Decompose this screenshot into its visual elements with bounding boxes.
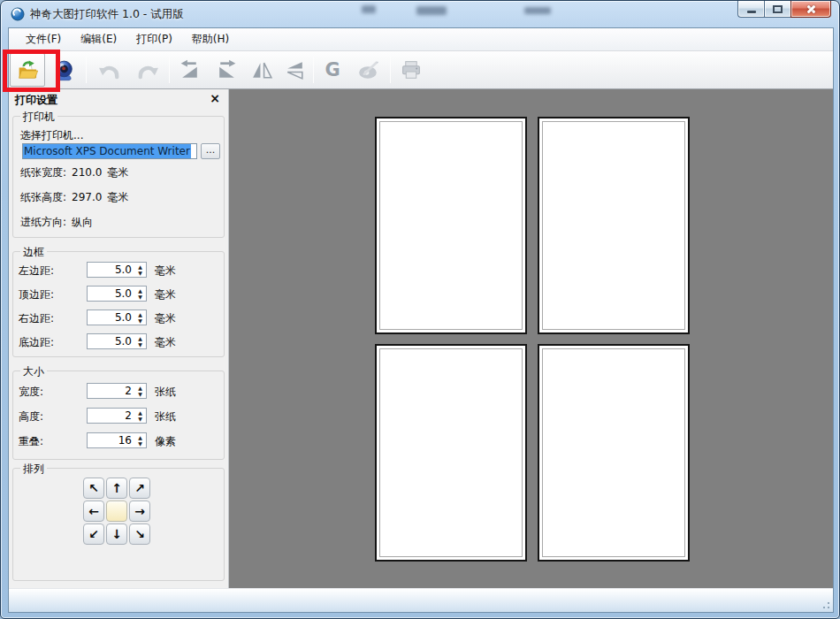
arrange-down-right-button[interactable]: ↘	[129, 523, 150, 545]
spin-down-button[interactable]: ▼	[138, 391, 142, 397]
flip-horizontal-button[interactable]	[244, 53, 279, 87]
arrange-group-label: 排列	[20, 462, 47, 477]
arrange-up-button[interactable]: ↑	[106, 478, 127, 499]
spin-up-button[interactable]: ▲	[138, 311, 142, 317]
maximize-button[interactable]	[764, 1, 790, 18]
arrange-down-button[interactable]: ↓	[106, 523, 127, 545]
main-area: 打印设置 × 打印机 选择打印机... Microsoft XPS Docume…	[9, 89, 833, 588]
margin-right-row: 右边距: 5.0 ▲▼ 毫米	[13, 310, 224, 325]
printer-group-label: 打印机	[20, 110, 57, 125]
flip-vertical-icon	[283, 58, 307, 82]
margin-top-spinbox[interactable]: 5.0 ▲▼	[87, 286, 147, 302]
rotate-left-icon	[178, 58, 202, 82]
spin-up-button[interactable]: ▲	[138, 264, 142, 270]
watermark-smudge	[524, 7, 551, 14]
unit-label: 张纸	[155, 385, 176, 400]
menu-help[interactable]: 帮助(H)	[182, 28, 239, 50]
unit-label: 毫米	[155, 311, 176, 326]
arrange-right-button[interactable]: →	[129, 501, 150, 522]
spin-down-button[interactable]: ▼	[138, 341, 142, 348]
preview-canvas[interactable]	[229, 89, 833, 588]
rotate-left-button[interactable]	[172, 53, 207, 87]
spin-up-button[interactable]: ▲	[138, 287, 142, 294]
arrange-down-left-button[interactable]: ↙	[83, 523, 104, 545]
sheets-wide-spinbox[interactable]: 2 ▲▼	[87, 383, 147, 399]
undo-button[interactable]	[89, 53, 128, 87]
spin-value: 5.0	[88, 310, 134, 325]
grid-button[interactable]: G	[316, 53, 349, 87]
spin-value: 2	[88, 384, 134, 398]
close-icon	[806, 4, 817, 15]
size-group-label: 大小	[20, 364, 47, 379]
minimize-icon	[747, 11, 756, 13]
paper-height-label: 纸张高度:	[20, 191, 66, 203]
paper-width-value: 210.0	[72, 166, 102, 179]
margin-bottom-label: 底边距:	[19, 335, 54, 350]
arrange-up-right-button[interactable]: ↗	[129, 478, 150, 499]
window-title: 神奇大图打印软件 1.0 - 试用版	[30, 1, 184, 27]
preview-page-3	[375, 344, 527, 562]
title-bar[interactable]: 神奇大图打印软件 1.0 - 试用版	[1, 1, 839, 27]
spin-up-button[interactable]: ▲	[138, 434, 142, 440]
toolbar-separator	[169, 57, 170, 83]
preview-page-1	[375, 117, 527, 334]
printer-name-input[interactable]: Microsoft XPS Document Writer	[22, 143, 197, 159]
menu-file[interactable]: 文件(F)	[16, 28, 71, 50]
print-button[interactable]	[393, 53, 430, 87]
palette-button[interactable]	[350, 53, 387, 87]
overlap-label: 重叠:	[19, 434, 43, 449]
spin-value: 5.0	[88, 263, 134, 277]
spin-down-button[interactable]: ▼	[138, 270, 142, 276]
annotation-highlight-box	[3, 50, 60, 92]
spin-down-button[interactable]: ▼	[138, 416, 142, 422]
flip-vertical-button[interactable]	[278, 53, 311, 87]
minimize-button[interactable]	[737, 1, 764, 18]
overlap-spinbox[interactable]: 16 ▲▼	[87, 432, 147, 448]
spin-down-button[interactable]: ▼	[138, 440, 142, 447]
panel-header: 打印设置 ×	[9, 91, 228, 109]
close-button[interactable]	[790, 1, 831, 18]
unit-label: 像素	[155, 434, 176, 449]
sheets-wide-label: 宽度:	[19, 385, 43, 400]
flip-horizontal-icon	[250, 58, 274, 82]
spin-up-button[interactable]: ▲	[138, 335, 142, 341]
spin-value: 16	[88, 433, 134, 447]
watermark-smudge	[362, 5, 376, 13]
rotate-right-button[interactable]	[209, 53, 244, 87]
toolbar-separator	[86, 57, 87, 83]
margin-left-spinbox[interactable]: 5.0 ▲▼	[87, 262, 147, 278]
feed-direction-value: 纵向	[72, 216, 93, 228]
margin-bottom-spinbox[interactable]: 5.0 ▲▼	[87, 333, 147, 349]
unit-label: 毫米	[107, 191, 128, 203]
redo-button[interactable]	[129, 53, 168, 87]
window-controls	[737, 1, 831, 18]
margin-top-row: 顶边距: 5.0 ▲▼ 毫米	[13, 286, 224, 302]
sheets-high-spinbox[interactable]: 2 ▲▼	[87, 408, 147, 424]
unit-label: 毫米	[155, 287, 176, 302]
spin-down-button[interactable]: ▼	[138, 317, 142, 324]
rotate-right-icon	[215, 58, 239, 82]
arrange-center-cell[interactable]	[106, 501, 127, 522]
g-icon: G	[325, 59, 340, 80]
panel-close-button[interactable]: ×	[210, 91, 220, 105]
spin-up-button[interactable]: ▲	[138, 385, 142, 391]
spin-up-button[interactable]: ▲	[138, 409, 142, 416]
resize-grip[interactable]	[820, 599, 830, 609]
arrange-left-button[interactable]: ←	[83, 501, 104, 522]
menu-print[interactable]: 打印(P)	[126, 28, 182, 50]
watermark-smudge	[416, 6, 447, 15]
spin-down-button[interactable]: ▼	[138, 294, 142, 300]
palette-icon	[356, 58, 381, 82]
browse-printer-button[interactable]: ...	[201, 143, 220, 159]
overlap-row: 重叠: 16 ▲▼ 像素	[13, 432, 224, 448]
paper-width-row: 纸张宽度:210.0毫米	[20, 165, 128, 180]
menu-edit[interactable]: 编辑(E)	[71, 28, 126, 50]
arrange-up-left-button[interactable]: ↖	[83, 478, 104, 499]
maximize-icon	[773, 5, 783, 13]
margin-right-spinbox[interactable]: 5.0 ▲▼	[87, 310, 147, 325]
paper-height-value: 297.0	[72, 191, 102, 203]
page-margin-line	[379, 348, 523, 557]
sheets-high-row: 高度: 2 ▲▼ 张纸	[13, 408, 224, 424]
margin-right-label: 右边距:	[19, 311, 54, 326]
unit-label: 毫米	[107, 166, 128, 179]
